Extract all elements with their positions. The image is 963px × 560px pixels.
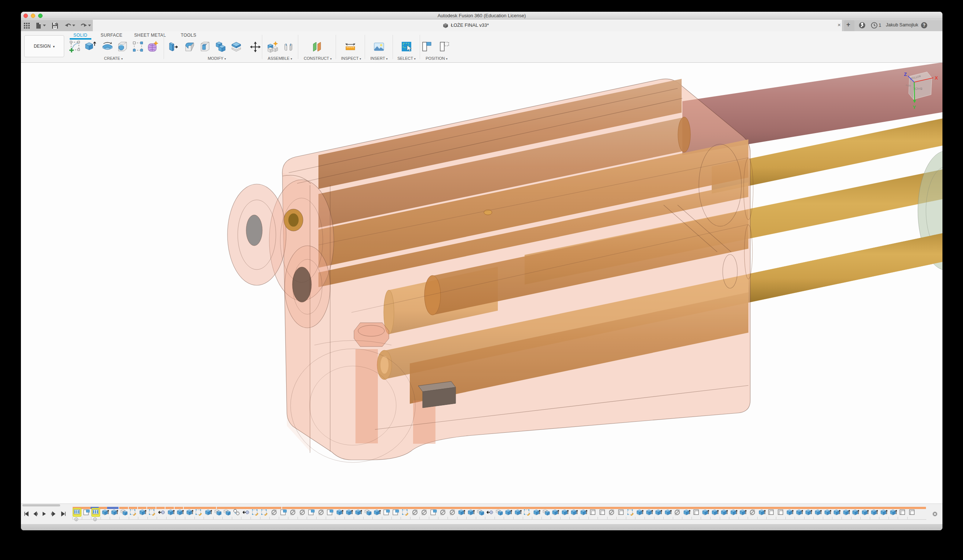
svg-text:?: ? — [922, 23, 925, 28]
svg-text:Y: Y — [913, 105, 916, 110]
svg-text:Z: Z — [904, 71, 907, 77]
svg-text:X: X — [935, 75, 938, 81]
